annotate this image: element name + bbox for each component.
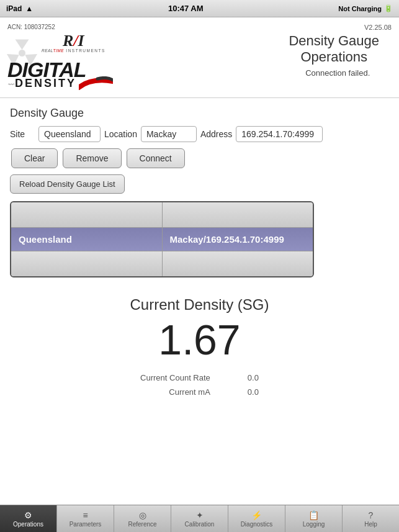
reference-icon: ◎ <box>139 510 146 520</box>
clear-button[interactable]: Clear <box>11 148 58 168</box>
count-rate-value: 0.0 <box>248 371 259 385</box>
section-title: Density Gauge <box>10 107 389 120</box>
right-title-col: V2.25.08 Density Gauge Operations Connec… <box>289 33 392 78</box>
status-left: iPad ▲ <box>6 4 33 13</box>
dd-swoosh <box>79 76 113 92</box>
connect-button[interactable]: Connect <box>127 148 185 168</box>
acn-number: ACN: 108037252 <box>7 24 392 30</box>
calibration-icon: ✦ <box>196 510 204 520</box>
tab-calibration-label: Calibration <box>185 521 215 528</box>
count-rate-label: Current Count Rate <box>140 371 210 385</box>
parameters-icon: ≡ <box>83 510 87 520</box>
tab-logging[interactable]: 📋 Logging <box>285 505 343 532</box>
battery-text: Not Charging <box>338 5 382 12</box>
help-icon: ? <box>369 510 374 520</box>
app-title: Density Gauge Operations <box>289 33 379 66</box>
rates-section: Current Count Rate Current mA 0.0 0.0 <box>10 371 389 400</box>
table-cell <box>11 251 163 276</box>
current-ma-value: 0.0 <box>248 385 259 399</box>
diagnostics-icon: ⚡ <box>251 510 262 520</box>
tab-calibration[interactable]: ✦ Calibration <box>171 505 228 532</box>
table-row[interactable]: Queensland Mackay/169.254.1.70:4999 <box>11 228 313 251</box>
header-logo-row: R/I REALtime INSTRUMENTS DIGITAL 〰 DENSI… <box>7 33 392 92</box>
address-label: Address <box>200 129 232 139</box>
tab-bar: ⚙ Operations ≡ Parameters ◎ Reference ✦ … <box>0 505 399 532</box>
density-curve-icon: 〰 <box>7 81 14 88</box>
rti-letters: R/I <box>63 33 84 49</box>
gauge-table: Queensland Mackay/169.254.1.70:4999 <box>10 201 314 277</box>
density-text: DENSITY <box>15 77 76 90</box>
status-time: 10:47 AM <box>168 4 204 13</box>
density-value: 1.67 <box>10 318 389 361</box>
density-section: Current Density (SG) 1.67 Current Count … <box>10 290 389 406</box>
tab-parameters[interactable]: ≡ Parameters <box>57 505 114 532</box>
tab-diagnostics[interactable]: ⚡ Diagnostics <box>228 505 285 532</box>
left-logo-col: R/I REALtime INSTRUMENTS DIGITAL 〰 DENSI… <box>7 33 113 92</box>
tab-operations[interactable]: ⚙ Operations <box>0 505 57 532</box>
main-content: ACN: 108037252 R/I REALtime INSTRUMENTS <box>0 17 399 505</box>
location-input[interactable] <box>141 126 197 142</box>
table-cell <box>163 251 313 276</box>
tab-reference[interactable]: ◎ Reference <box>114 505 171 532</box>
table-row[interactable] <box>11 202 313 228</box>
site-label: Site <box>10 129 35 139</box>
logging-icon: 📋 <box>308 510 319 520</box>
tab-help[interactable]: ? Help <box>343 505 399 532</box>
remove-button[interactable]: Remove <box>63 148 121 168</box>
button-row: Clear Remove Connect <box>11 148 389 168</box>
wifi-icon: ▲ <box>25 4 33 13</box>
operations-icon: ⚙ <box>24 510 32 520</box>
address-input[interactable] <box>236 126 323 142</box>
rates-values: 0.0 0.0 <box>248 371 259 400</box>
table-cell: Mackay/169.254.1.70:4999 <box>163 228 313 251</box>
location-label: Location <box>104 129 137 139</box>
site-row: Site Location Address <box>10 126 389 142</box>
status-right: Not Charging 🔋 <box>338 4 393 12</box>
table-row[interactable] <box>11 251 313 276</box>
digital-density-logo: DIGITAL 〰 DENSITY <box>7 59 113 92</box>
device-name: iPad <box>6 4 22 13</box>
table-cell: Queensland <box>11 228 163 251</box>
table-cell <box>163 202 313 227</box>
status-bar: iPad ▲ 10:47 AM Not Charging 🔋 <box>0 0 399 17</box>
tab-reference-label: Reference <box>128 521 156 528</box>
version-label: V2.25.08 <box>364 24 392 31</box>
rti-logo: R/I REALtime INSTRUMENTS <box>42 33 105 53</box>
tab-logging-label: Logging <box>303 521 325 528</box>
current-ma-label: Current mA <box>140 385 210 399</box>
density-label: Current Density (SG) <box>10 296 389 313</box>
tab-operations-label: Operations <box>13 521 43 528</box>
site-input[interactable] <box>38 126 101 142</box>
battery-icon: 🔋 <box>384 4 393 12</box>
table-cell <box>11 202 163 227</box>
tab-help-label: Help <box>364 521 377 528</box>
tab-parameters-label: Parameters <box>69 521 102 528</box>
content: Density Gauge Site Location Address Clea… <box>0 98 399 415</box>
rates-labels: Current Count Rate Current mA <box>140 371 210 400</box>
tab-diagnostics-label: Diagnostics <box>241 521 273 528</box>
connection-status: Connection failed. <box>305 68 375 78</box>
rti-tagline: REALtime INSTRUMENTS <box>42 48 105 53</box>
reload-button[interactable]: Reload Density Gauge List <box>10 174 125 194</box>
header: ACN: 108037252 R/I REALtime INSTRUMENTS <box>0 17 399 98</box>
